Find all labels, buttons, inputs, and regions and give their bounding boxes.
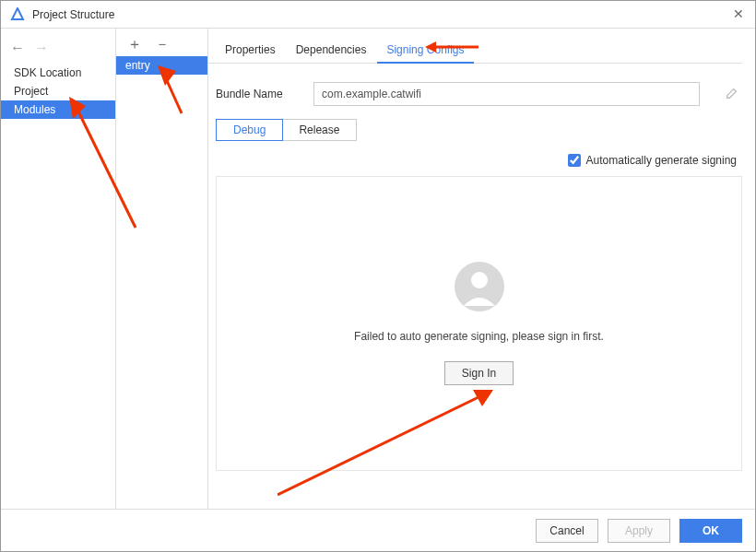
window-title: Project Structure xyxy=(32,8,114,21)
dialog-body: ← → SDK Location Project Modules ＋ － ent… xyxy=(1,29,755,509)
edit-icon[interactable] xyxy=(726,87,742,102)
sidebar-item-sdk-location[interactable]: SDK Location xyxy=(1,64,115,82)
close-icon[interactable]: ✕ xyxy=(733,6,744,21)
dialog-window: Project Structure ✕ ← → SDK Location Pro… xyxy=(0,0,756,552)
cancel-button[interactable]: Cancel xyxy=(536,519,598,543)
auto-sign-row: Automatically generate signing xyxy=(208,141,742,176)
tabs: Properties Dependencies Signing Configs xyxy=(208,29,742,64)
sign-in-button[interactable]: Sign In xyxy=(444,361,514,385)
sidebar-item-modules[interactable]: Modules xyxy=(1,100,115,119)
signing-card: Failed to auto generate signing, please … xyxy=(216,176,742,471)
forward-arrow-icon[interactable]: → xyxy=(34,40,49,56)
bundle-label: Bundle Name xyxy=(216,88,295,100)
titlebar: Project Structure ✕ xyxy=(1,1,755,29)
left-nav: ← → SDK Location Project Modules xyxy=(1,29,116,509)
ok-button[interactable]: OK xyxy=(679,519,742,543)
auto-sign-text: Automatically generate signing xyxy=(586,154,737,167)
bundle-row: Bundle Name xyxy=(208,64,742,119)
signing-message: Failed to auto generate signing, please … xyxy=(354,330,604,343)
remove-module-icon[interactable]: － xyxy=(155,38,170,51)
dialog-footer: Cancel Apply OK xyxy=(1,509,755,551)
tab-dependencies[interactable]: Dependencies xyxy=(287,40,376,63)
module-toolbar: ＋ － xyxy=(116,29,207,56)
app-logo-icon xyxy=(10,7,25,22)
auto-sign-checkbox-label[interactable]: Automatically generate signing xyxy=(568,154,737,167)
module-list-pane: ＋ － entry xyxy=(116,29,208,509)
back-arrow-icon[interactable]: ← xyxy=(10,40,25,56)
auto-sign-checkbox[interactable] xyxy=(568,154,581,167)
bundle-name-input[interactable] xyxy=(313,82,700,106)
apply-button: Apply xyxy=(608,519,670,543)
main-pane: Properties Dependencies Signing Configs … xyxy=(208,29,755,509)
nav-arrows: ← → xyxy=(1,34,115,64)
seg-debug[interactable]: Debug xyxy=(216,119,283,141)
module-item-entry[interactable]: entry xyxy=(116,56,207,75)
tab-signing-configs[interactable]: Signing Configs xyxy=(377,40,473,64)
add-module-icon[interactable]: ＋ xyxy=(127,38,142,51)
tab-properties[interactable]: Properties xyxy=(216,40,285,63)
user-placeholder-icon xyxy=(455,262,504,311)
sidebar-item-project[interactable]: Project xyxy=(1,82,115,100)
build-type-segment: Debug Release xyxy=(216,119,357,141)
svg-point-1 xyxy=(471,272,488,288)
seg-release[interactable]: Release xyxy=(282,120,356,140)
